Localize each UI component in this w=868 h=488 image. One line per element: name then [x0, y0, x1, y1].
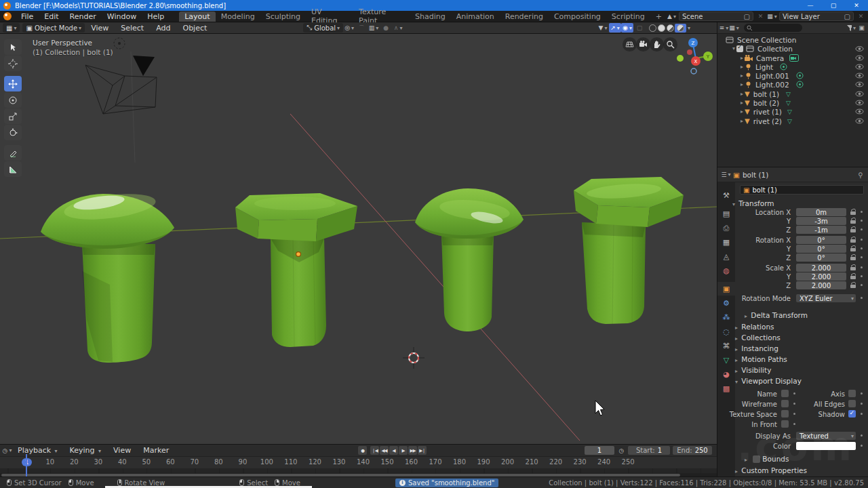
outliner-item-camera[interactable]: ▸ Camera: [741, 54, 799, 62]
tab-scripting[interactable]: Scripting: [606, 12, 650, 22]
vd-wireframe-checkbox[interactable]: [781, 400, 789, 407]
color-swatch[interactable]: [796, 442, 856, 450]
tab-sculpting[interactable]: Sculpting: [260, 12, 306, 22]
vd-shadow-checkbox[interactable]: [848, 410, 856, 418]
outliner-scene-collection[interactable]: Scene Collection: [726, 35, 796, 44]
tab-object-data[interactable]: ▽: [717, 353, 735, 367]
minimize-button[interactable]: —: [799, 0, 822, 11]
view-layer-selector[interactable]: View Layer ▢: [779, 12, 854, 21]
zoom-view-button[interactable]: [663, 37, 677, 52]
overlays-toggle[interactable]: ◉▾: [621, 23, 633, 33]
timeline-menu-view[interactable]: View: [107, 446, 137, 455]
panel-relations[interactable]: ▸ Relations: [735, 323, 774, 331]
pin-icon[interactable]: ⚲: [858, 171, 863, 179]
tab-particles[interactable]: ⁂: [717, 310, 735, 324]
transform-tool[interactable]: [4, 125, 22, 140]
vd-all-edges-checkbox[interactable]: [848, 400, 856, 407]
transform-orientation-selector[interactable]: ⤡ Global▾: [303, 23, 343, 33]
mode-selector[interactable]: ▣ Object Mode▾: [22, 23, 85, 33]
rotation-x-field[interactable]: 0°: [796, 236, 846, 244]
next-keyframe-button[interactable]: ▶▶: [408, 446, 417, 455]
menu-view[interactable]: View: [85, 24, 115, 33]
panel-delta-transform[interactable]: ▸ Delta Transform: [745, 311, 808, 319]
menu-add[interactable]: Add: [150, 24, 176, 33]
camera-view-button[interactable]: [636, 37, 650, 52]
menu-object[interactable]: Object: [176, 24, 213, 33]
outliner-item-light-001[interactable]: ▸ Light.001: [741, 71, 804, 80]
snap-target-selector[interactable]: ▥▾: [368, 23, 380, 33]
tab-rendering[interactable]: Rendering: [500, 12, 549, 22]
title-bar[interactable]: Blender [F:\Models\TUTORIALS\Blender 2.8…: [0, 0, 868, 11]
jump-end-button[interactable]: ▶❘: [418, 446, 427, 455]
menu-help[interactable]: Help: [142, 12, 170, 21]
rotation-z-field[interactable]: 0°: [796, 253, 846, 262]
scale-z-field[interactable]: 2.000: [796, 281, 846, 289]
outliner-display-mode-icon[interactable]: ▦▾: [730, 24, 738, 33]
play-button[interactable]: ▶: [399, 446, 408, 455]
tab-animation[interactable]: Animation: [451, 12, 500, 22]
rivet-2-object[interactable]: [574, 177, 684, 324]
outliner-item-light[interactable]: ▸ Light: [741, 62, 787, 71]
measure-tool[interactable]: [4, 161, 22, 177]
pivot-point-selector[interactable]: ◎▾: [343, 23, 355, 33]
bolt-1-object[interactable]: [235, 193, 357, 347]
timeline-track[interactable]: [0, 468, 717, 473]
snap-toggle[interactable]: ⌒: [355, 23, 368, 33]
timeline-editor-type-icon[interactable]: ◷▾: [3, 446, 12, 455]
tab-layout[interactable]: Layout: [179, 12, 215, 22]
cursor-tool[interactable]: [4, 56, 22, 71]
scene-selector[interactable]: Scene ▢: [679, 12, 753, 21]
view-layer-icon[interactable]: ▦▾: [768, 12, 776, 21]
shading-options-caret[interactable]: ▾: [688, 25, 690, 31]
tab-modeling[interactable]: Modeling: [216, 12, 260, 22]
object-type-visibility-icon[interactable]: ▼▾: [597, 23, 609, 33]
panel-visibility[interactable]: ▸ Visibility: [735, 366, 771, 374]
falloff-selector[interactable]: ∧▾: [392, 23, 404, 33]
menu-window[interactable]: Window: [102, 12, 142, 21]
move-tool[interactable]: [4, 76, 22, 92]
viewport-3d[interactable]: Z Y X User Perspective (1) Collection | …: [0, 34, 717, 444]
object-name-field[interactable]: ▣ bolt (1): [740, 185, 864, 195]
panel-instancing[interactable]: ▸ Instancing: [735, 344, 778, 352]
shading-rendered-icon[interactable]: [675, 24, 686, 33]
scale-x-field[interactable]: 2.000: [796, 264, 846, 272]
tab-shading[interactable]: Shading: [410, 12, 451, 22]
scene-icon[interactable]: ▲▾: [667, 12, 676, 21]
select-box-tool[interactable]: [4, 39, 22, 55]
play-reverse-button[interactable]: ◀: [389, 446, 398, 455]
transform-panel-header[interactable]: ▾ Transform: [732, 199, 774, 207]
rotation-z-lock-icon[interactable]: [850, 254, 856, 260]
new-scene-icon[interactable]: ▢: [744, 13, 750, 20]
rotation-y-lock-icon[interactable]: [850, 245, 856, 251]
jump-start-button[interactable]: ❘◀: [370, 446, 379, 455]
scale-z-lock-icon[interactable]: [850, 282, 856, 288]
outliner-collection[interactable]: ▾ ✓ Collection: [732, 44, 793, 53]
menu-select[interactable]: Select: [115, 24, 150, 33]
rotation-y-field[interactable]: 0°: [796, 245, 846, 253]
collection-checkbox[interactable]: ✓: [736, 45, 743, 52]
outliner-editor-type-icon[interactable]: ≡▾: [719, 24, 728, 33]
gizmos-toggle[interactable]: ↗▾: [609, 23, 621, 33]
timeline-menu-marker[interactable]: Marker: [137, 446, 175, 455]
new-collection-icon[interactable]: ▣: [857, 24, 866, 33]
menu-render[interactable]: Render: [64, 12, 102, 21]
rivet-1-object[interactable]: [415, 188, 524, 331]
timeline-menu-playback[interactable]: Playback ▾: [12, 446, 64, 455]
annotate-tool[interactable]: [4, 145, 22, 161]
rotation-mode-dropdown[interactable]: XYZ Euler▾: [796, 294, 856, 302]
xray-toggle[interactable]: ▢: [633, 23, 646, 33]
proportional-editing-toggle[interactable]: ●: [380, 23, 392, 33]
location-y-lock-icon[interactable]: [850, 218, 856, 224]
record-button[interactable]: ●: [358, 446, 367, 455]
location-z-lock-icon[interactable]: [850, 226, 856, 232]
perspective-toggle-button[interactable]: [623, 37, 637, 52]
location-y-field[interactable]: -3m: [796, 217, 846, 225]
app-menu-icon[interactable]: [3, 12, 12, 20]
menu-edit[interactable]: Edit: [39, 12, 64, 21]
add-workspace-button[interactable]: +: [650, 12, 667, 22]
current-frame-field[interactable]: 1: [585, 446, 614, 455]
tab-physics[interactable]: ◌: [717, 325, 735, 338]
panel-motion-paths[interactable]: ▸ Motion Paths: [735, 355, 787, 363]
shading-solid-icon[interactable]: [658, 24, 665, 32]
editor-type-selector[interactable]: ▦▾: [3, 23, 20, 33]
